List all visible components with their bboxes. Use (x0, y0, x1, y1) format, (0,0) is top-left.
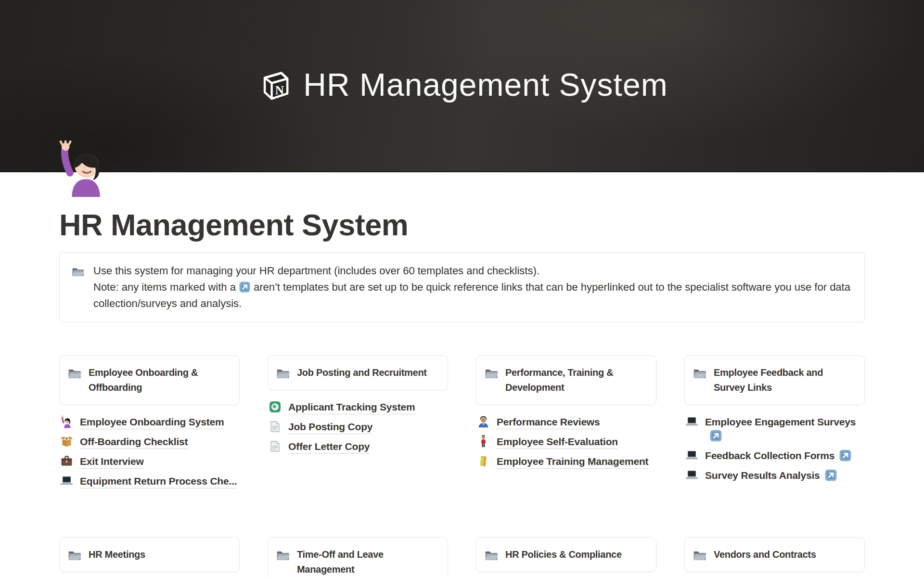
cover-image: N HR Management System (0, 0, 924, 172)
page-link[interactable]: Employee Onboarding System (59, 412, 240, 432)
folder-icon (484, 548, 499, 562)
page-link[interactable]: Job Posting Copy (268, 417, 448, 436)
page-link-label: Employee Engagement Surveys (705, 416, 856, 429)
section-title: Job Posting and Recruitment (297, 365, 427, 380)
page-link-label: Applicant Tracking System (288, 401, 415, 414)
section-links: Employee Onboarding SystemOff-Boarding C… (59, 412, 240, 491)
folder-icon (693, 366, 707, 380)
page-link[interactable]: Offer Letter Copy (268, 436, 448, 456)
folder-icon (67, 548, 82, 562)
ats-app-icon (269, 400, 282, 413)
folder-icon (693, 548, 707, 562)
arrow-up-right-icon (239, 281, 251, 293)
section-card: HR Meetings (59, 537, 240, 572)
page-content: HR Management System Use this system for… (59, 207, 865, 577)
callout-line-1: Use this system for managing your HR dep… (93, 263, 853, 279)
page-link-label: Offer Letter Copy (288, 441, 370, 454)
callout-line-2-before: Note: any items marked with a (93, 281, 236, 293)
svg-text:N: N (275, 83, 284, 97)
section-title: HR Meetings (89, 547, 145, 562)
page-link[interactable]: Off-Boarding Checklist (59, 432, 240, 451)
section-column: HR MeetingsMeeting Agenda & Notes (59, 537, 240, 577)
section-title: Vendors and Contracts (714, 547, 816, 562)
section-links: Applicant Tracking SystemJob Posting Cop… (268, 397, 448, 456)
folder-icon (67, 366, 82, 380)
section-title: Employee Onboarding & Offboarding (89, 365, 198, 395)
section-column: HR Policies & CompliancePolicies and Pro… (476, 537, 656, 577)
external-link-icon (709, 429, 722, 442)
section-card: Job Posting and Recruitment (268, 355, 448, 390)
book-standing-icon (477, 455, 490, 468)
cover-title: HR Management System (303, 69, 667, 103)
person-standing-red-icon (477, 435, 490, 448)
external-link-icon (839, 449, 852, 462)
section-card: Vendors and Contracts (684, 537, 865, 572)
section-card: Employee Feedback and Survey Links (684, 355, 865, 405)
sections-row-2: HR MeetingsMeeting Agenda & NotesTime-Of… (59, 537, 865, 577)
notion-logo-icon: N (256, 67, 293, 104)
callout: Use this system for managing your HR dep… (59, 252, 865, 322)
folder-icon (71, 265, 85, 278)
page-link[interactable]: Employee Training Management (476, 451, 656, 471)
page-link-label: Off-Boarding Checklist (80, 436, 188, 449)
page-link[interactable]: Applicant Tracking System (268, 397, 448, 417)
page-link-label: Feedback Collection Forms (705, 450, 834, 462)
callout-text: Use this system for managing your HR dep… (93, 263, 853, 312)
page-curl-icon (269, 420, 282, 433)
page-link-label: Equipment Return Process Che... (80, 475, 237, 488)
section-links: Employee Engagement SurveysFeedback Coll… (684, 412, 865, 485)
sections-row-1: Employee Onboarding & OffboardingEmploye… (59, 355, 865, 491)
cover-title-group: N HR Management System (256, 67, 667, 104)
section-column: Performance, Training & DevelopmentPerfo… (476, 355, 656, 471)
section-title: Time-Off and Leave Management (297, 547, 384, 577)
section-column: Job Posting and RecruitmentApplicant Tra… (268, 355, 448, 456)
page-link-label: Job Posting Copy (288, 421, 372, 434)
page-link[interactable]: Exit Interview (59, 451, 240, 471)
laptop-icon (60, 474, 73, 487)
page-link[interactable]: Performance Reviews (476, 412, 656, 432)
section-card: Time-Off and Leave Management (268, 537, 448, 577)
section-card: Employee Onboarding & Offboarding (59, 355, 240, 405)
page-curl-icon (269, 440, 282, 453)
laptop-icon (685, 449, 698, 462)
section-title: HR Policies & Compliance (505, 547, 622, 562)
section-column: Vendors and ContractsVendor Management (684, 537, 865, 577)
man-office-worker-icon (477, 415, 490, 428)
page-link[interactable]: Survey Results Analysis (684, 465, 865, 485)
section-column: Time-Off and Leave Management (268, 537, 448, 577)
laptop-icon (685, 415, 698, 428)
page-link-label: Performance Reviews (497, 416, 600, 429)
section-title: Employee Feedback and Survey Links (714, 365, 823, 395)
page-link-label: Employee Self-Evaluation (497, 436, 618, 449)
page-link-label: Employee Training Management (497, 456, 648, 469)
section-card: Performance, Training & Development (476, 355, 656, 405)
woman-raising-hand-page-icon[interactable] (55, 141, 112, 198)
page-title: HR Management System (59, 207, 865, 244)
callout-line-2: Note: any items marked with aaren’t temp… (93, 279, 853, 312)
external-link-icon (824, 469, 837, 482)
section-card: HR Policies & Compliance (476, 537, 656, 572)
folder-icon (484, 366, 499, 380)
section-title: Performance, Training & Development (505, 365, 613, 395)
briefcase-icon (60, 455, 73, 468)
woman-raising-hand-icon (60, 415, 73, 428)
section-column: Employee Onboarding & OffboardingEmploye… (59, 355, 240, 491)
folder-icon (276, 366, 290, 380)
section-links: Performance ReviewsEmployee Self-Evaluat… (476, 412, 656, 471)
section-column: Employee Feedback and Survey LinksEmploy… (684, 355, 865, 485)
laptop-icon (685, 469, 698, 482)
open-box-icon (60, 435, 73, 448)
folder-icon (276, 548, 290, 562)
page-link-label: Employee Onboarding System (80, 416, 224, 429)
page-link-label: Survey Results Analysis (705, 470, 820, 482)
page-link[interactable]: Feedback Collection Forms (684, 446, 865, 465)
page-link-label: Exit Interview (80, 456, 144, 469)
page-link[interactable]: Employee Engagement Surveys (684, 412, 865, 446)
page-link[interactable]: Employee Self-Evaluation (476, 432, 656, 451)
page-link[interactable]: Equipment Return Process Che... (59, 471, 240, 491)
